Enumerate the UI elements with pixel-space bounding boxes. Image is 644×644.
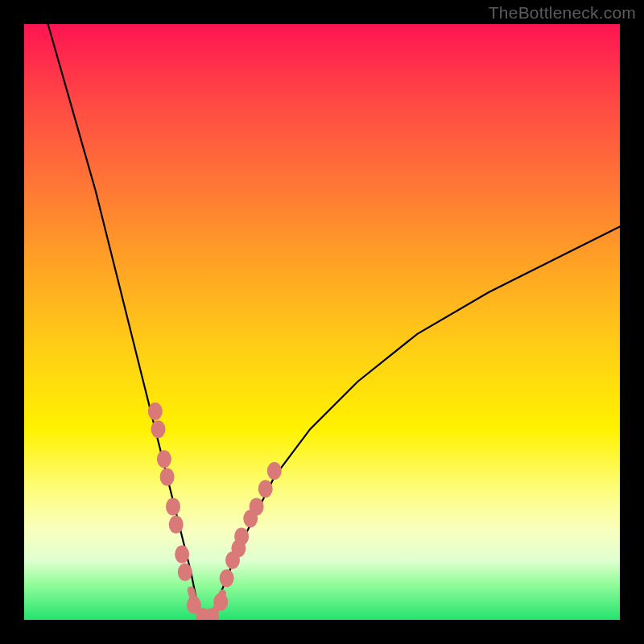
data-marker [234, 527, 249, 545]
data-marker [166, 497, 180, 515]
data-markers [148, 402, 282, 620]
data-marker [148, 402, 163, 420]
data-marker [160, 468, 175, 485]
curve-layer [24, 24, 620, 620]
data-marker [258, 480, 273, 497]
watermark-text: TheBottleneck.com [489, 3, 636, 23]
data-marker [151, 420, 166, 438]
data-marker [250, 497, 264, 515]
plot-area [24, 24, 620, 620]
data-marker [178, 564, 192, 581]
data-marker [213, 593, 228, 611]
data-marker [169, 516, 184, 534]
data-marker [175, 546, 189, 564]
bottleneck-curve [48, 24, 620, 620]
data-marker [220, 569, 234, 587]
data-marker [157, 450, 171, 468]
chart-frame: TheBottleneck.com [0, 0, 644, 644]
data-marker [267, 462, 282, 480]
